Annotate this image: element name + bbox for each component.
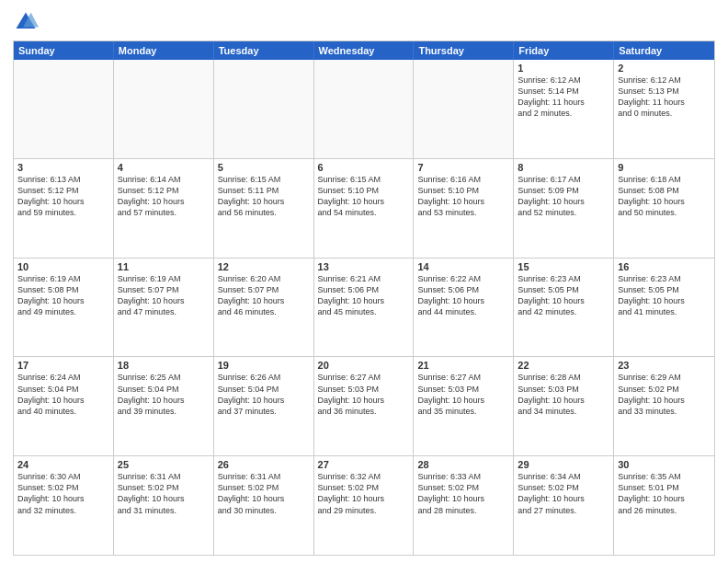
day-number: 8 — [518, 162, 609, 173]
calendar-cell-empty-0-2 — [214, 60, 314, 158]
calendar-cell-22: 22Sunrise: 6:28 AM Sunset: 5:03 PM Dayli… — [514, 357, 614, 455]
calendar-cell-5: 5Sunrise: 6:15 AM Sunset: 5:11 PM Daylig… — [214, 159, 314, 258]
cell-info: Sunrise: 6:26 AM Sunset: 5:04 PM Dayligh… — [218, 372, 310, 417]
cell-info: Sunrise: 6:28 AM Sunset: 5:03 PM Dayligh… — [518, 372, 609, 417]
calendar-cell-4: 4Sunrise: 6:14 AM Sunset: 5:12 PM Daylig… — [114, 159, 214, 258]
cell-info: Sunrise: 6:14 AM Sunset: 5:12 PM Dayligh… — [118, 174, 210, 219]
calendar-cell-7: 7Sunrise: 6:16 AM Sunset: 5:10 PM Daylig… — [414, 159, 514, 258]
day-number: 2 — [618, 63, 711, 74]
calendar-cell-28: 28Sunrise: 6:33 AM Sunset: 5:02 PM Dayli… — [414, 456, 514, 555]
day-number: 29 — [518, 459, 609, 470]
logo — [13, 9, 42, 35]
calendar-cell-empty-0-4 — [414, 60, 514, 158]
day-number: 24 — [17, 459, 109, 470]
calendar-cell-15: 15Sunrise: 6:23 AM Sunset: 5:05 PM Dayli… — [514, 259, 614, 357]
calendar-cell-empty-0-1 — [114, 60, 214, 158]
calendar-header: SundayMondayTuesdayWednesdayThursdayFrid… — [14, 41, 714, 60]
cell-info: Sunrise: 6:20 AM Sunset: 5:07 PM Dayligh… — [218, 273, 310, 318]
cell-info: Sunrise: 6:34 AM Sunset: 5:02 PM Dayligh… — [518, 471, 609, 516]
calendar-cell-14: 14Sunrise: 6:22 AM Sunset: 5:06 PM Dayli… — [414, 259, 514, 357]
cell-info: Sunrise: 6:25 AM Sunset: 5:04 PM Dayligh… — [118, 372, 210, 417]
day-number: 10 — [17, 261, 109, 272]
calendar-cell-10: 10Sunrise: 6:19 AM Sunset: 5:08 PM Dayli… — [14, 259, 114, 357]
cell-info: Sunrise: 6:23 AM Sunset: 5:05 PM Dayligh… — [618, 273, 711, 318]
day-number: 7 — [417, 162, 509, 173]
header-day-thursday: Thursday — [414, 41, 514, 60]
day-number: 1 — [518, 63, 609, 74]
calendar-cell-6: 6Sunrise: 6:15 AM Sunset: 5:10 PM Daylig… — [314, 159, 415, 258]
calendar-cell-24: 24Sunrise: 6:30 AM Sunset: 5:02 PM Dayli… — [14, 456, 114, 555]
day-number: 15 — [518, 261, 609, 272]
day-number: 30 — [618, 459, 711, 470]
calendar-cell-25: 25Sunrise: 6:31 AM Sunset: 5:02 PM Dayli… — [114, 456, 214, 555]
day-number: 3 — [17, 162, 109, 173]
cell-info: Sunrise: 6:32 AM Sunset: 5:02 PM Dayligh… — [318, 471, 410, 516]
calendar-body: 1Sunrise: 6:12 AM Sunset: 5:14 PM Daylig… — [14, 60, 714, 555]
cell-info: Sunrise: 6:22 AM Sunset: 5:06 PM Dayligh… — [417, 273, 509, 318]
calendar-cell-29: 29Sunrise: 6:34 AM Sunset: 5:02 PM Dayli… — [514, 456, 614, 555]
day-number: 4 — [118, 162, 210, 173]
calendar-cell-9: 9Sunrise: 6:18 AM Sunset: 5:08 PM Daylig… — [614, 159, 714, 258]
day-number: 28 — [417, 459, 509, 470]
header-day-friday: Friday — [514, 41, 614, 60]
cell-info: Sunrise: 6:16 AM Sunset: 5:10 PM Dayligh… — [417, 174, 509, 219]
calendar-cell-3: 3Sunrise: 6:13 AM Sunset: 5:12 PM Daylig… — [14, 159, 114, 258]
cell-info: Sunrise: 6:19 AM Sunset: 5:07 PM Dayligh… — [118, 273, 210, 318]
calendar-cell-13: 13Sunrise: 6:21 AM Sunset: 5:06 PM Dayli… — [314, 259, 415, 357]
cell-info: Sunrise: 6:15 AM Sunset: 5:11 PM Dayligh… — [218, 174, 310, 219]
day-number: 14 — [417, 261, 509, 272]
header-day-monday: Monday — [114, 41, 214, 60]
calendar-row-0: 1Sunrise: 6:12 AM Sunset: 5:14 PM Daylig… — [14, 60, 714, 158]
cell-info: Sunrise: 6:31 AM Sunset: 5:02 PM Dayligh… — [118, 471, 210, 516]
calendar-cell-30: 30Sunrise: 6:35 AM Sunset: 5:01 PM Dayli… — [614, 456, 714, 555]
cell-info: Sunrise: 6:27 AM Sunset: 5:03 PM Dayligh… — [318, 372, 410, 417]
day-number: 17 — [17, 360, 109, 371]
cell-info: Sunrise: 6:19 AM Sunset: 5:08 PM Dayligh… — [17, 273, 109, 318]
day-number: 9 — [618, 162, 711, 173]
day-number: 5 — [218, 162, 310, 173]
cell-info: Sunrise: 6:15 AM Sunset: 5:10 PM Dayligh… — [318, 174, 410, 219]
day-number: 22 — [518, 360, 609, 371]
day-number: 19 — [218, 360, 310, 371]
calendar-row-4: 24Sunrise: 6:30 AM Sunset: 5:02 PM Dayli… — [14, 455, 714, 555]
calendar-cell-12: 12Sunrise: 6:20 AM Sunset: 5:07 PM Dayli… — [214, 259, 314, 357]
calendar-cell-2: 2Sunrise: 6:12 AM Sunset: 5:13 PM Daylig… — [614, 60, 714, 158]
calendar-row-2: 10Sunrise: 6:19 AM Sunset: 5:08 PM Dayli… — [14, 258, 714, 357]
calendar-cell-20: 20Sunrise: 6:27 AM Sunset: 5:03 PM Dayli… — [314, 357, 415, 455]
calendar-cell-27: 27Sunrise: 6:32 AM Sunset: 5:02 PM Dayli… — [314, 456, 415, 555]
day-number: 13 — [318, 261, 410, 272]
calendar-cell-19: 19Sunrise: 6:26 AM Sunset: 5:04 PM Dayli… — [214, 357, 314, 455]
cell-info: Sunrise: 6:12 AM Sunset: 5:13 PM Dayligh… — [618, 75, 711, 120]
day-number: 12 — [218, 261, 310, 272]
day-number: 20 — [318, 360, 410, 371]
calendar-row-3: 17Sunrise: 6:24 AM Sunset: 5:04 PM Dayli… — [14, 356, 714, 455]
cell-info: Sunrise: 6:21 AM Sunset: 5:06 PM Dayligh… — [318, 273, 410, 318]
cell-info: Sunrise: 6:23 AM Sunset: 5:05 PM Dayligh… — [518, 273, 609, 318]
calendar-cell-18: 18Sunrise: 6:25 AM Sunset: 5:04 PM Dayli… — [114, 357, 214, 455]
calendar-cell-8: 8Sunrise: 6:17 AM Sunset: 5:09 PM Daylig… — [514, 159, 614, 258]
cell-info: Sunrise: 6:33 AM Sunset: 5:02 PM Dayligh… — [417, 471, 509, 516]
day-number: 16 — [618, 261, 711, 272]
cell-info: Sunrise: 6:30 AM Sunset: 5:02 PM Dayligh… — [17, 471, 109, 516]
calendar-row-1: 3Sunrise: 6:13 AM Sunset: 5:12 PM Daylig… — [14, 158, 714, 258]
day-number: 6 — [318, 162, 410, 173]
calendar-cell-21: 21Sunrise: 6:27 AM Sunset: 5:03 PM Dayli… — [414, 357, 514, 455]
day-number: 25 — [118, 459, 210, 470]
cell-info: Sunrise: 6:13 AM Sunset: 5:12 PM Dayligh… — [17, 174, 109, 219]
day-number: 27 — [318, 459, 410, 470]
cell-info: Sunrise: 6:31 AM Sunset: 5:02 PM Dayligh… — [218, 471, 310, 516]
page: SundayMondayTuesdayWednesdayThursdayFrid… — [0, 0, 728, 563]
header-day-sunday: Sunday — [14, 41, 114, 60]
header-day-wednesday: Wednesday — [314, 41, 415, 60]
day-number: 26 — [218, 459, 310, 470]
cell-info: Sunrise: 6:18 AM Sunset: 5:08 PM Dayligh… — [618, 174, 711, 219]
calendar-cell-11: 11Sunrise: 6:19 AM Sunset: 5:07 PM Dayli… — [114, 259, 214, 357]
day-number: 18 — [118, 360, 210, 371]
calendar: SundayMondayTuesdayWednesdayThursdayFrid… — [13, 40, 715, 556]
calendar-cell-1: 1Sunrise: 6:12 AM Sunset: 5:14 PM Daylig… — [514, 60, 614, 158]
header-day-saturday: Saturday — [614, 41, 714, 60]
day-number: 11 — [118, 261, 210, 272]
calendar-cell-16: 16Sunrise: 6:23 AM Sunset: 5:05 PM Dayli… — [614, 259, 714, 357]
cell-info: Sunrise: 6:27 AM Sunset: 5:03 PM Dayligh… — [417, 372, 509, 417]
calendar-cell-26: 26Sunrise: 6:31 AM Sunset: 5:02 PM Dayli… — [214, 456, 314, 555]
